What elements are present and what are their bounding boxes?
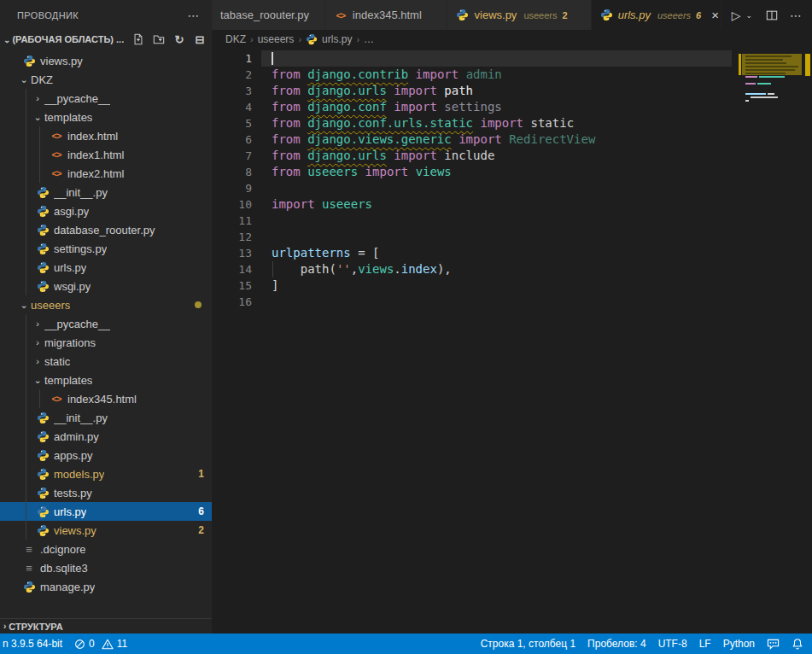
eol-status[interactable]: LF	[693, 634, 717, 654]
tree-item-label: views.py	[40, 55, 83, 67]
tree-folder-static[interactable]: ›static	[0, 352, 212, 371]
explorer-header: ПРОВОДНИК ⋯	[0, 0, 212, 30]
python-interpreter-status[interactable]: n 3.9.5 64-bit	[0, 634, 68, 654]
tree-file-database-roouter-py[interactable]: database_roouter.py	[0, 220, 212, 239]
code-line-3[interactable]: 3from django.urls import path	[212, 83, 732, 99]
tree-file-wsgi-py[interactable]: wsgi.py	[0, 277, 212, 295]
tab-label: tabase_roouter.py	[220, 9, 309, 21]
code-line-11[interactable]: 11	[212, 213, 732, 229]
language-mode-status[interactable]: Python	[717, 634, 761, 654]
tree-file-manage-py[interactable]: manage.py	[0, 577, 212, 596]
indentation-status[interactable]: Пробелов: 4	[581, 634, 652, 654]
tree-item-label: admin.py	[54, 430, 99, 443]
encoding-status[interactable]: UTF-8	[652, 634, 693, 654]
tab-tabase-roouter-py[interactable]: tabase_roouter.py	[212, 0, 325, 30]
split-editor-icon[interactable]	[764, 8, 780, 23]
tree-folder-templates[interactable]: ⌄templates	[0, 371, 212, 389]
tree-file-urls-py[interactable]: urls.py	[0, 258, 212, 277]
tree-file-index345-html[interactable]: <>index345.html	[0, 389, 212, 408]
new-folder-icon[interactable]	[152, 32, 166, 46]
feedback-icon[interactable]	[761, 634, 786, 654]
tree-folder-templates[interactable]: ⌄templates	[0, 108, 212, 126]
run-button[interactable]: ▷	[730, 7, 743, 24]
code-line-14[interactable]: 14 path('',views.index),	[212, 261, 732, 277]
line-number: 16	[212, 294, 252, 310]
tree-file--init-py[interactable]: __init__.py	[0, 408, 212, 427]
line-number: 13	[212, 245, 252, 261]
python-file-icon	[36, 429, 50, 443]
minimap-code-mark	[759, 76, 785, 78]
tree-item-label: views.py	[54, 524, 96, 537]
outline-section-header[interactable]: › СТРУКТУРА	[0, 618, 212, 634]
cursor-position-status[interactable]: Строка 1, столбец 1	[475, 634, 581, 654]
tree-folder--pycache-[interactable]: ›__pycache__	[0, 89, 212, 108]
close-icon[interactable]: ×	[710, 8, 721, 22]
refresh-icon[interactable]: ↻	[172, 32, 186, 46]
code-text: urlpatterns = [	[272, 245, 379, 261]
tree-file-index2-html[interactable]: <>index2.html	[0, 164, 212, 183]
tree-file-views-py[interactable]: views.py	[0, 51, 212, 70]
code-line-5[interactable]: 5from django.conf.urls.static import sta…	[212, 115, 732, 131]
tree-file-apps-py[interactable]: apps.py	[0, 446, 212, 464]
code-line-8[interactable]: 8from useeers import views	[212, 164, 732, 180]
tree-item-label: __pycache__	[44, 318, 110, 330]
bell-icon[interactable]	[786, 634, 812, 654]
python-file-icon	[36, 223, 50, 236]
collapse-all-icon[interactable]: ⊟	[193, 32, 207, 46]
tree-folder-useeers[interactable]: ⌄useeers	[0, 295, 212, 314]
code-line-4[interactable]: 4from django.conf import settings	[212, 99, 732, 115]
code-line-6[interactable]: 6from django.views.generic import Redire…	[212, 131, 732, 148]
code-line-7[interactable]: 7from django.urls import include	[212, 148, 732, 164]
breadcrumb-project[interactable]: DKZ	[225, 33, 246, 45]
minimap-code-mark	[745, 66, 798, 67]
code-line-12[interactable]: 12	[212, 229, 732, 245]
line-number: 14	[212, 261, 252, 277]
tree-item-label: tests.py	[54, 487, 92, 499]
line-number: 2	[212, 67, 252, 83]
tree-file-settings-py[interactable]: settings.py	[0, 239, 212, 258]
code-line-10[interactable]: 10import useeers	[212, 196, 732, 213]
tree-folder-DKZ[interactable]: ⌄DKZ	[0, 70, 212, 89]
run-dropdown-icon[interactable]: ⌄	[744, 9, 754, 21]
breadcrumb-file[interactable]: urls.py	[322, 33, 352, 45]
tree-file-views-py[interactable]: views.py2	[0, 521, 212, 540]
explorer-more-icon[interactable]: ⋯	[184, 7, 203, 24]
tree-file-index-html[interactable]: <>index.html	[0, 126, 212, 145]
code-line-2[interactable]: 2from django.contrib import admin	[212, 67, 732, 83]
tree-folder--pycache-[interactable]: ›__pycache__	[0, 314, 212, 333]
tree-file-admin-py[interactable]: admin.py	[0, 427, 212, 446]
code-line-13[interactable]: 13urlpatterns = [	[212, 245, 732, 261]
workspace-label: (РАБОЧАЯ ОБЛАСТЬ) ...	[12, 34, 124, 44]
tree-file-urls-py[interactable]: urls.py6	[0, 502, 212, 521]
tree-item-label: urls.py	[54, 505, 86, 518]
code-line-15[interactable]: 15]	[212, 277, 732, 294]
tab-views-py[interactable]: views.pyuseeers2	[447, 0, 592, 30]
tree-file-index1-html[interactable]: <>index1.html	[0, 145, 212, 164]
workspace-section-header[interactable]: ⌄ (РАБОЧАЯ ОБЛАСТЬ) ... ↻ ⊟	[0, 30, 212, 49]
tree-file-db-sqlite3[interactable]: ≡db.sqlite3	[0, 558, 212, 577]
status-bar: n 3.9.5 64-bit 0 11 Строка 1, столбец 1 …	[0, 634, 812, 654]
tree-file-tests-py[interactable]: tests.py	[0, 483, 212, 502]
more-actions-icon[interactable]: ⋯	[788, 7, 803, 24]
tree-file-asgi-py[interactable]: asgi.py	[0, 201, 212, 220]
breadcrumb-symbol[interactable]: …	[364, 33, 374, 45]
tree-item-label: asgi.py	[54, 205, 89, 218]
code-editor[interactable]: 12from django.contrib import admin3from …	[212, 49, 812, 634]
code-line-16[interactable]: 16	[212, 294, 732, 310]
tree-file--init-py[interactable]: __init__.py	[0, 183, 212, 201]
code-line-9[interactable]: 9	[212, 180, 732, 196]
overview-ruler[interactable]	[803, 49, 812, 634]
breadcrumb-folder[interactable]: useeers	[258, 33, 295, 45]
code-line-1[interactable]: 1	[212, 50, 732, 67]
tree-file-models-py[interactable]: models.py1	[0, 464, 212, 483]
tab-urls-py[interactable]: urls.pyuseeers6×	[592, 0, 721, 30]
tree-folder-migrations[interactable]: ›migrations	[0, 333, 212, 352]
minimap[interactable]	[739, 49, 803, 634]
new-file-icon[interactable]	[131, 32, 145, 46]
tab-index345-html[interactable]: <>index345.html	[325, 0, 447, 30]
python-file-icon	[36, 411, 50, 424]
problems-status[interactable]: 0 11	[68, 634, 133, 654]
minimap-code-mark	[751, 96, 778, 98]
chevron-down-icon: ⌄	[31, 375, 44, 386]
tree-file--dcignore[interactable]: ≡.dcignore	[0, 540, 212, 558]
